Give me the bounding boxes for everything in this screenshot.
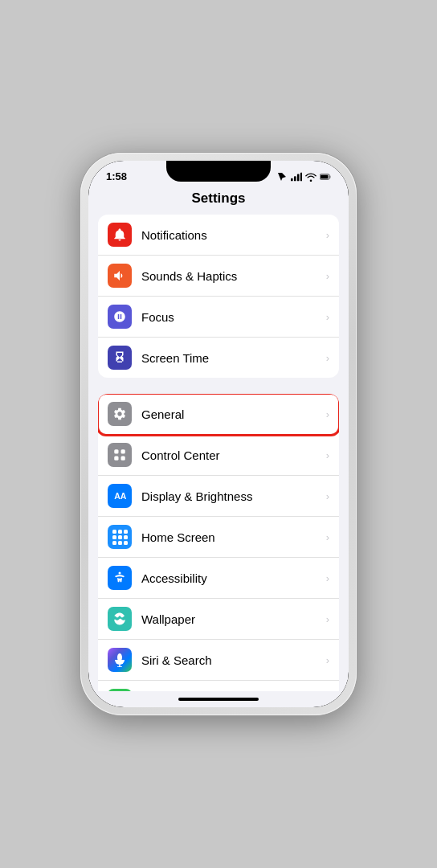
svg-rect-8 [121,449,125,453]
wifi-icon [305,172,317,182]
display-label: Display & Brightness [141,489,323,503]
scroll-area[interactable]: Notifications › Sounds & Haptics › [88,215,349,691]
screen: 1:58 [88,161,349,707]
focus-chevron: › [326,311,329,323]
wallpaper-chevron: › [326,613,329,625]
notifications-chevron: › [326,229,329,241]
settings-row-wallpaper[interactable]: Wallpaper › [98,599,339,640]
phone-frame: 1:58 [80,153,357,715]
settings-row-general[interactable]: General › [98,394,339,435]
svg-rect-6 [321,174,329,178]
status-time: 1:58 [106,170,127,182]
accessibility-label: Accessibility [141,571,323,585]
svg-rect-9 [114,457,118,461]
svg-rect-7 [114,449,118,453]
svg-rect-1 [294,176,296,181]
svg-rect-10 [121,457,125,461]
general-chevron: › [326,408,329,420]
settings-row-siri[interactable]: Siri & Search › [98,640,339,681]
settings-row-accessibility[interactable]: Accessibility › [98,558,339,599]
controlcenter-chevron: › [326,449,329,461]
settings-row-controlcenter[interactable]: Control Center › [98,435,339,476]
settings-row-display[interactable]: AA Display & Brightness › [98,476,339,517]
svg-text:AA: AA [114,491,127,501]
battery-icon [320,172,331,182]
sounds-icon [108,264,132,288]
screentime-label: Screen Time [141,351,323,365]
page-title: Settings [88,186,349,215]
display-icon: AA [108,484,132,508]
faceid-icon [108,689,132,691]
sounds-label: Sounds & Haptics [141,269,323,283]
location-icon [276,172,288,182]
settings-row-homescreen[interactable]: Home Screen › [98,517,339,558]
phone-inner: 1:58 [88,161,349,707]
siri-label: Siri & Search [141,653,323,667]
focus-label: Focus [141,310,323,324]
controlcenter-icon [108,443,132,467]
sounds-chevron: › [326,270,329,282]
settings-row-screentime[interactable]: Screen Time › [98,338,339,378]
signal-icon [291,172,302,182]
settings-row-sounds[interactable]: Sounds & Haptics › [98,256,339,297]
svg-rect-3 [300,172,302,181]
controlcenter-label: Control Center [141,448,323,462]
home-bar [178,698,259,701]
display-chevron: › [326,490,329,502]
general-label: General [141,407,323,421]
home-indicator [88,691,349,707]
siri-chevron: › [326,654,329,666]
svg-rect-5 [329,175,330,178]
svg-rect-2 [297,174,300,181]
accessibility-icon [108,566,132,590]
wallpaper-icon [108,607,132,631]
accessibility-chevron: › [326,572,329,584]
settings-section-1: Notifications › Sounds & Haptics › [98,215,339,378]
homescreen-chevron: › [326,531,329,543]
general-icon [108,402,132,426]
wallpaper-label: Wallpaper [141,612,323,626]
settings-row-faceid[interactable]: Face ID & Passcode › [98,681,339,691]
screentime-chevron: › [326,352,329,364]
notch [166,161,271,182]
settings-section-2: General › Control [98,394,339,691]
svg-rect-0 [291,178,293,181]
homescreen-label: Home Screen [141,530,323,544]
notifications-label: Notifications [141,228,323,242]
siri-icon [108,648,132,672]
screentime-icon [108,346,132,370]
status-icons [276,172,331,182]
svg-point-12 [119,572,121,575]
focus-icon [108,305,132,329]
settings-row-notifications[interactable]: Notifications › [98,215,339,256]
notifications-icon [108,223,132,247]
settings-row-focus[interactable]: Focus › [98,297,339,338]
homescreen-icon [108,525,132,549]
